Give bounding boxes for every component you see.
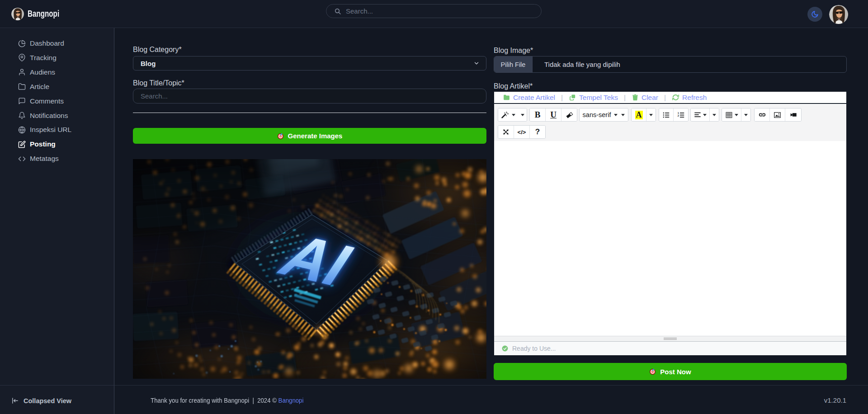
svg-text:2: 2 [677, 114, 679, 117]
svg-text:1: 1 [677, 111, 679, 114]
